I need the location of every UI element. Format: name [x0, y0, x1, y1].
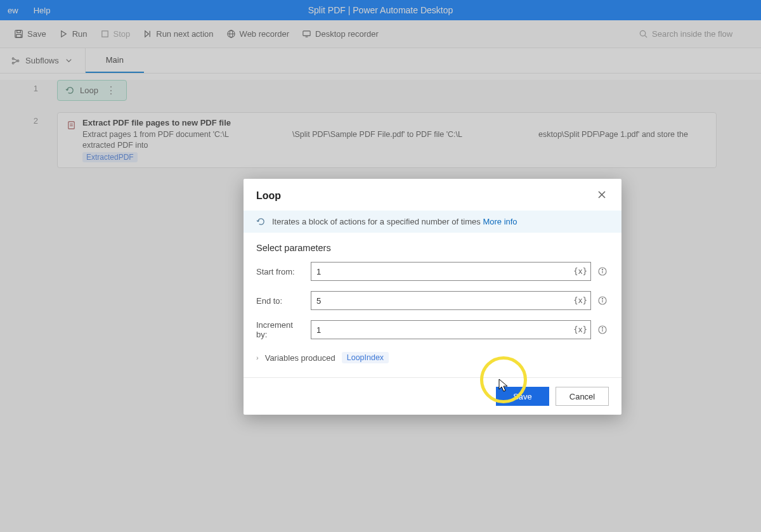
- tab-main-label: Main: [106, 55, 124, 65]
- monitor-icon: [302, 29, 311, 39]
- chevron-down-icon: [64, 56, 74, 65]
- stop-label: Stop: [114, 29, 131, 39]
- start-from-input[interactable]: [311, 262, 591, 281]
- info-icon[interactable]: [596, 323, 609, 336]
- search-input[interactable]: [652, 29, 753, 39]
- variable-chip-loopindex[interactable]: LoopIndex: [342, 352, 389, 363]
- variables-produced-label: Variables produced: [265, 353, 335, 363]
- flow-step-2[interactable]: 2 Extract PDF file pages to new PDF file…: [0, 112, 761, 168]
- info-icon[interactable]: [596, 294, 609, 307]
- svg-point-22: [602, 269, 602, 269]
- flow-step-1[interactable]: 1 Loop ⋮: [0, 80, 761, 101]
- line-number: 1: [0, 80, 57, 93]
- line-number: 2: [0, 112, 57, 126]
- more-info-link[interactable]: More info: [483, 217, 517, 226]
- pdf-icon: [67, 120, 76, 130]
- desktop-recorder-label: Desktop recorder: [315, 29, 379, 39]
- variables-produced-row[interactable]: › Variables produced LoopIndex: [256, 349, 609, 372]
- save-icon: [14, 29, 23, 39]
- save-button[interactable]: Save: [8, 20, 53, 48]
- svg-rect-2: [16, 34, 22, 37]
- subflows-dropdown[interactable]: Subflows: [0, 48, 86, 73]
- svg-point-28: [602, 327, 602, 328]
- variable-picker-button[interactable]: {x}: [573, 325, 587, 334]
- desktop-recorder-button[interactable]: Desktop recorder: [296, 20, 385, 48]
- param-end-to: End to: {x}: [256, 291, 609, 310]
- close-icon: [597, 190, 606, 199]
- play-icon: [59, 29, 68, 39]
- step-icon: [143, 29, 152, 39]
- menu-view[interactable]: ew: [0, 6, 26, 15]
- field-label: Increment by:: [256, 320, 306, 339]
- params-heading: Select parameters: [256, 243, 609, 253]
- svg-rect-15: [68, 122, 74, 129]
- run-label: Run: [72, 29, 88, 39]
- search-flow[interactable]: [639, 29, 753, 39]
- produced-variable-badge: ExtractedPDF: [82, 152, 138, 162]
- flow-tree-icon: [11, 56, 20, 65]
- param-start-from: Start from: {x}: [256, 262, 609, 281]
- svg-rect-8: [303, 31, 310, 36]
- run-next-button[interactable]: Run next action: [136, 20, 219, 48]
- info-icon[interactable]: [596, 265, 609, 278]
- title-bar: ew Help Split PDF | Power Automate Deskt…: [0, 0, 761, 20]
- step-card-extract-pdf[interactable]: Extract PDF file pages to new PDF file E…: [57, 112, 717, 168]
- step-card-loop[interactable]: Loop ⋮: [57, 80, 127, 101]
- svg-point-12: [12, 58, 14, 60]
- svg-point-14: [17, 60, 19, 62]
- dialog-footer: Save Cancel: [244, 377, 621, 415]
- svg-rect-3: [101, 31, 107, 37]
- window-title: Split PDF | Power Automate Desktop: [308, 5, 453, 15]
- dialog-title: Loop: [256, 190, 281, 202]
- field-label: Start from:: [256, 267, 306, 276]
- run-button[interactable]: Run: [53, 20, 94, 48]
- cancel-button[interactable]: Cancel: [556, 387, 609, 406]
- variable-picker-button[interactable]: {x}: [573, 296, 587, 305]
- svg-rect-1: [17, 30, 21, 33]
- loop-icon: [256, 217, 266, 226]
- svg-point-13: [12, 62, 14, 64]
- svg-line-11: [645, 36, 647, 37]
- save-label: Save: [27, 29, 46, 39]
- web-recorder-label: Web recorder: [240, 29, 290, 39]
- chevron-right-icon: ›: [256, 354, 259, 361]
- loop-icon: [65, 86, 75, 95]
- step-title: Loop: [80, 86, 98, 95]
- dialog-info-banner: Iterates a block of actions for a specif…: [244, 211, 621, 233]
- banner-text: Iterates a block of actions for a specif…: [272, 217, 481, 226]
- svg-point-25: [602, 298, 602, 299]
- svg-point-10: [640, 30, 645, 36]
- step-description: Extract pages 1 from PDF document 'C:\L\…: [82, 129, 707, 151]
- step-title: Extract PDF file pages to new PDF file: [82, 118, 707, 127]
- globe-icon: [226, 29, 236, 39]
- param-increment-by: Increment by: {x}: [256, 320, 609, 339]
- subflows-bar: Subflows Main: [0, 48, 761, 74]
- menu-help[interactable]: Help: [26, 6, 58, 15]
- close-button[interactable]: [595, 188, 609, 204]
- run-next-label: Run next action: [156, 29, 213, 39]
- toolbar: Save Run Stop Run next action Web record…: [0, 20, 761, 48]
- stop-icon: [100, 29, 110, 39]
- subflows-label: Subflows: [25, 56, 59, 65]
- loop-dialog: Loop Iterates a block of actions for a s…: [244, 179, 621, 415]
- end-to-input[interactable]: [311, 291, 591, 310]
- field-label: End to:: [256, 296, 306, 306]
- save-button[interactable]: Save: [496, 387, 549, 406]
- increment-by-input[interactable]: [311, 320, 591, 339]
- tab-main[interactable]: Main: [86, 48, 144, 73]
- stop-button[interactable]: Stop: [94, 20, 137, 48]
- step-more-icon[interactable]: ⋮: [103, 84, 119, 96]
- search-icon: [639, 29, 648, 39]
- variable-picker-button[interactable]: {x}: [573, 267, 587, 276]
- web-recorder-button[interactable]: Web recorder: [220, 20, 296, 48]
